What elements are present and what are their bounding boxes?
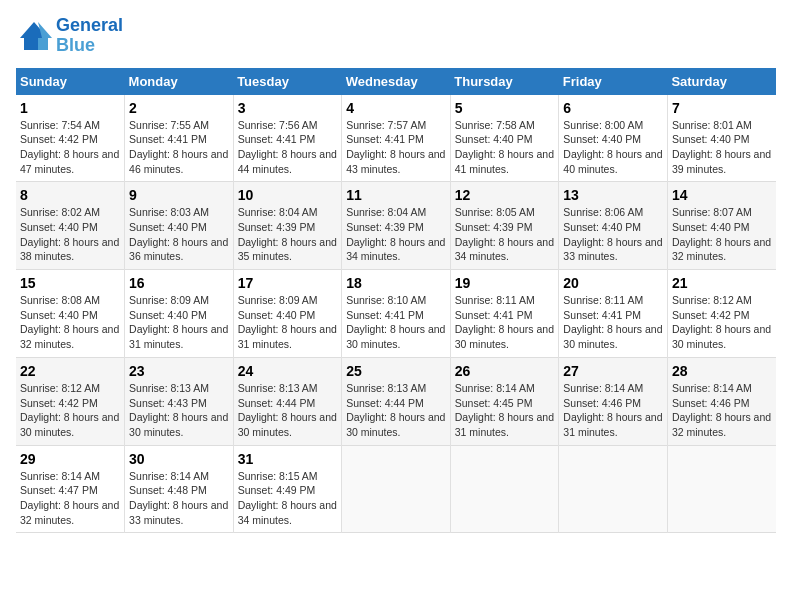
day-number: 22 [20, 363, 120, 379]
calendar-cell: 14Sunrise: 8:07 AMSunset: 4:40 PMDayligh… [667, 182, 776, 270]
calendar-cell: 11Sunrise: 8:04 AMSunset: 4:39 PMDayligh… [342, 182, 451, 270]
day-number: 18 [346, 275, 446, 291]
day-number: 19 [455, 275, 555, 291]
calendar-header-thursday: Thursday [450, 68, 559, 95]
logo-icon [16, 18, 52, 54]
day-info: Sunrise: 8:09 AMSunset: 4:40 PMDaylight:… [238, 293, 338, 352]
day-number: 23 [129, 363, 229, 379]
day-number: 31 [238, 451, 338, 467]
day-number: 2 [129, 100, 229, 116]
day-number: 6 [563, 100, 663, 116]
day-number: 5 [455, 100, 555, 116]
logo-text: General Blue [56, 16, 123, 56]
calendar-cell: 28Sunrise: 8:14 AMSunset: 4:46 PMDayligh… [667, 357, 776, 445]
day-info: Sunrise: 8:14 AMSunset: 4:47 PMDaylight:… [20, 469, 120, 528]
calendar-cell: 22Sunrise: 8:12 AMSunset: 4:42 PMDayligh… [16, 357, 125, 445]
calendar-header-sunday: Sunday [16, 68, 125, 95]
calendar-cell [342, 445, 451, 533]
day-number: 12 [455, 187, 555, 203]
calendar-cell: 8Sunrise: 8:02 AMSunset: 4:40 PMDaylight… [16, 182, 125, 270]
day-info: Sunrise: 7:54 AMSunset: 4:42 PMDaylight:… [20, 118, 120, 177]
day-number: 13 [563, 187, 663, 203]
calendar-cell: 5Sunrise: 7:58 AMSunset: 4:40 PMDaylight… [450, 95, 559, 182]
calendar-cell: 23Sunrise: 8:13 AMSunset: 4:43 PMDayligh… [125, 357, 234, 445]
day-info: Sunrise: 8:04 AMSunset: 4:39 PMDaylight:… [346, 205, 446, 264]
calendar-header-tuesday: Tuesday [233, 68, 342, 95]
calendar-cell: 13Sunrise: 8:06 AMSunset: 4:40 PMDayligh… [559, 182, 668, 270]
page-header: General Blue [16, 16, 776, 56]
day-info: Sunrise: 8:06 AMSunset: 4:40 PMDaylight:… [563, 205, 663, 264]
day-number: 1 [20, 100, 120, 116]
day-number: 17 [238, 275, 338, 291]
day-info: Sunrise: 8:10 AMSunset: 4:41 PMDaylight:… [346, 293, 446, 352]
day-info: Sunrise: 8:02 AMSunset: 4:40 PMDaylight:… [20, 205, 120, 264]
day-number: 27 [563, 363, 663, 379]
calendar-cell [450, 445, 559, 533]
calendar-cell: 29Sunrise: 8:14 AMSunset: 4:47 PMDayligh… [16, 445, 125, 533]
calendar-cell: 31Sunrise: 8:15 AMSunset: 4:49 PMDayligh… [233, 445, 342, 533]
calendar-body: 1Sunrise: 7:54 AMSunset: 4:42 PMDaylight… [16, 95, 776, 533]
calendar-cell: 20Sunrise: 8:11 AMSunset: 4:41 PMDayligh… [559, 270, 668, 358]
day-number: 14 [672, 187, 772, 203]
day-info: Sunrise: 8:03 AMSunset: 4:40 PMDaylight:… [129, 205, 229, 264]
day-number: 9 [129, 187, 229, 203]
day-number: 15 [20, 275, 120, 291]
calendar-cell: 2Sunrise: 7:55 AMSunset: 4:41 PMDaylight… [125, 95, 234, 182]
calendar-header-monday: Monday [125, 68, 234, 95]
calendar-week-5: 29Sunrise: 8:14 AMSunset: 4:47 PMDayligh… [16, 445, 776, 533]
day-number: 7 [672, 100, 772, 116]
day-info: Sunrise: 8:07 AMSunset: 4:40 PMDaylight:… [672, 205, 772, 264]
day-number: 4 [346, 100, 446, 116]
day-info: Sunrise: 8:15 AMSunset: 4:49 PMDaylight:… [238, 469, 338, 528]
day-info: Sunrise: 7:58 AMSunset: 4:40 PMDaylight:… [455, 118, 555, 177]
calendar-table: SundayMondayTuesdayWednesdayThursdayFrid… [16, 68, 776, 534]
calendar-cell: 10Sunrise: 8:04 AMSunset: 4:39 PMDayligh… [233, 182, 342, 270]
calendar-cell [559, 445, 668, 533]
calendar-header-friday: Friday [559, 68, 668, 95]
calendar-cell: 30Sunrise: 8:14 AMSunset: 4:48 PMDayligh… [125, 445, 234, 533]
calendar-cell: 6Sunrise: 8:00 AMSunset: 4:40 PMDaylight… [559, 95, 668, 182]
day-info: Sunrise: 8:14 AMSunset: 4:46 PMDaylight:… [563, 381, 663, 440]
calendar-cell: 12Sunrise: 8:05 AMSunset: 4:39 PMDayligh… [450, 182, 559, 270]
calendar-cell: 17Sunrise: 8:09 AMSunset: 4:40 PMDayligh… [233, 270, 342, 358]
day-info: Sunrise: 8:12 AMSunset: 4:42 PMDaylight:… [672, 293, 772, 352]
calendar-week-1: 1Sunrise: 7:54 AMSunset: 4:42 PMDaylight… [16, 95, 776, 182]
calendar-cell: 1Sunrise: 7:54 AMSunset: 4:42 PMDaylight… [16, 95, 125, 182]
day-number: 25 [346, 363, 446, 379]
day-info: Sunrise: 7:55 AMSunset: 4:41 PMDaylight:… [129, 118, 229, 177]
day-info: Sunrise: 8:13 AMSunset: 4:44 PMDaylight:… [238, 381, 338, 440]
day-number: 3 [238, 100, 338, 116]
day-info: Sunrise: 8:12 AMSunset: 4:42 PMDaylight:… [20, 381, 120, 440]
day-number: 21 [672, 275, 772, 291]
day-number: 29 [20, 451, 120, 467]
day-number: 24 [238, 363, 338, 379]
day-info: Sunrise: 8:14 AMSunset: 4:48 PMDaylight:… [129, 469, 229, 528]
calendar-cell: 9Sunrise: 8:03 AMSunset: 4:40 PMDaylight… [125, 182, 234, 270]
day-info: Sunrise: 8:13 AMSunset: 4:44 PMDaylight:… [346, 381, 446, 440]
day-number: 30 [129, 451, 229, 467]
day-info: Sunrise: 8:09 AMSunset: 4:40 PMDaylight:… [129, 293, 229, 352]
calendar-cell: 15Sunrise: 8:08 AMSunset: 4:40 PMDayligh… [16, 270, 125, 358]
day-info: Sunrise: 7:57 AMSunset: 4:41 PMDaylight:… [346, 118, 446, 177]
calendar-header-saturday: Saturday [667, 68, 776, 95]
calendar-cell: 18Sunrise: 8:10 AMSunset: 4:41 PMDayligh… [342, 270, 451, 358]
day-number: 26 [455, 363, 555, 379]
calendar-cell: 7Sunrise: 8:01 AMSunset: 4:40 PMDaylight… [667, 95, 776, 182]
calendar-header-wednesday: Wednesday [342, 68, 451, 95]
calendar-header: SundayMondayTuesdayWednesdayThursdayFrid… [16, 68, 776, 95]
day-info: Sunrise: 8:04 AMSunset: 4:39 PMDaylight:… [238, 205, 338, 264]
day-info: Sunrise: 8:13 AMSunset: 4:43 PMDaylight:… [129, 381, 229, 440]
day-info: Sunrise: 8:05 AMSunset: 4:39 PMDaylight:… [455, 205, 555, 264]
calendar-week-3: 15Sunrise: 8:08 AMSunset: 4:40 PMDayligh… [16, 270, 776, 358]
calendar-cell: 25Sunrise: 8:13 AMSunset: 4:44 PMDayligh… [342, 357, 451, 445]
calendar-week-2: 8Sunrise: 8:02 AMSunset: 4:40 PMDaylight… [16, 182, 776, 270]
day-number: 11 [346, 187, 446, 203]
day-number: 16 [129, 275, 229, 291]
day-info: Sunrise: 8:08 AMSunset: 4:40 PMDaylight:… [20, 293, 120, 352]
calendar-cell: 21Sunrise: 8:12 AMSunset: 4:42 PMDayligh… [667, 270, 776, 358]
day-info: Sunrise: 8:11 AMSunset: 4:41 PMDaylight:… [563, 293, 663, 352]
calendar-cell: 26Sunrise: 8:14 AMSunset: 4:45 PMDayligh… [450, 357, 559, 445]
calendar-cell: 4Sunrise: 7:57 AMSunset: 4:41 PMDaylight… [342, 95, 451, 182]
day-info: Sunrise: 8:01 AMSunset: 4:40 PMDaylight:… [672, 118, 772, 177]
day-info: Sunrise: 8:11 AMSunset: 4:41 PMDaylight:… [455, 293, 555, 352]
